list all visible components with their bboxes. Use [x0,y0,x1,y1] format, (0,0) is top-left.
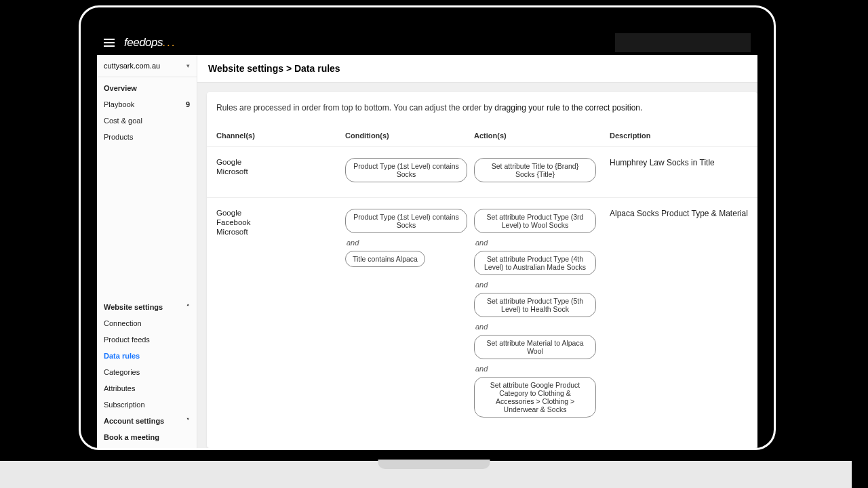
chevron-up-icon: ˄ [186,304,190,310]
sidebar-item-account-settings[interactable]: Account settings ˅ [97,413,197,429]
sidebar-item[interactable]: Subscription [97,396,197,413]
sidebar-item-label: Book a meeting [104,433,159,441]
conjunction: and [475,239,610,247]
sidebar-item[interactable]: Product feeds [97,331,197,348]
condition-pill[interactable]: Product Type (1st Level) contains Socks [345,158,467,182]
menu-icon[interactable] [104,39,115,47]
column-channels: Channel(s) [216,131,345,140]
condition-pill[interactable]: Title contains Alpaca [345,251,425,267]
rule-actions: Set attribute Title to {Brand} Socks {Ti… [474,158,610,186]
column-conditions: Condition(s) [345,131,474,140]
rule-description: Alpaca Socks Product Type & Material [610,209,748,422]
topbar: feedops... [97,30,757,55]
rule-row[interactable]: GoogleMicrosoftProduct Type (1st Level) … [207,146,757,197]
chevron-down-icon: ▾ [186,62,190,69]
rule-description: Humphrey Law Socks in Title [610,158,748,186]
conjunction: and [347,239,474,247]
rule-actions: Set attribute Product Type (3rd Level) t… [474,209,610,422]
topbar-right-panel [615,33,751,52]
conjunction: and [475,323,610,331]
rule-row[interactable]: GoogleFacebookMicrosoftProduct Type (1st… [207,197,757,432]
conjunction: and [475,281,610,289]
device-notch [378,460,490,469]
site-name: cuttysark.com.au [104,62,160,70]
sidebar-item-label: Cost & goal [104,117,142,125]
sidebar-item[interactable]: Cost & goal [97,113,197,129]
conjunction: and [475,365,610,373]
rules-hint: Rules are processed in order from top to… [207,92,757,131]
sidebar-item[interactable]: Attributes [97,380,197,396]
rule-channels: GoogleFacebookMicrosoft [216,209,345,422]
sidebar-item-book-meeting[interactable]: Book a meeting [97,429,197,445]
rules-card: Rules are processed in order from top to… [207,92,757,448]
sidebar-item-label: Overview [104,84,137,92]
table-header: Channel(s) Condition(s) Action(s) Descri… [207,131,757,146]
action-pill[interactable]: Set attribute Product Type (4th Level) t… [474,251,596,275]
badge: 9 [186,100,190,108]
chevron-down-icon: ˅ [186,418,190,424]
action-pill[interactable]: Set attribute Product Type (5th Level) t… [474,293,596,317]
sidebar-item-label: Products [104,133,133,141]
column-actions: Action(s) [474,131,610,140]
action-pill[interactable]: Set attribute Material to Alpaca Wool [474,335,596,359]
site-selector[interactable]: cuttysark.com.au ▾ [97,55,197,77]
action-pill[interactable]: Set attribute Title to {Brand} Socks {Ti… [474,158,596,182]
sidebar-item[interactable]: Connection [97,315,197,331]
sidebar-item-label: Account settings [104,417,164,425]
rule-conditions: Product Type (1st Level) contains Socks [345,158,474,186]
sidebar-item[interactable]: Products [97,129,197,145]
sidebar-item[interactable]: Playbook9 [97,96,197,113]
column-description: Description [610,131,748,140]
action-pill[interactable]: Set attribute Google Product Category to… [474,377,596,418]
sidebar-item[interactable]: Data rules [97,348,197,364]
condition-pill[interactable]: Product Type (1st Level) contains Socks [345,209,467,233]
breadcrumb: Website settings > Data rules [197,55,757,83]
action-pill[interactable]: Set attribute Product Type (3rd Level) t… [474,209,596,233]
sidebar-item[interactable]: Overview [97,80,197,96]
logo: feedops... [124,36,176,49]
sidebar: cuttysark.com.au ▾ OverviewPlaybook9Cost… [97,55,197,448]
sidebar-item-label: Website settings [104,303,163,311]
rule-channels: GoogleMicrosoft [216,158,345,186]
sidebar-item-label: Playbook [104,100,134,108]
rule-conditions: Product Type (1st Level) contains Socksa… [345,209,474,422]
sidebar-item[interactable]: Categories [97,364,197,380]
sidebar-item-website-settings[interactable]: Website settings ˄ [97,299,197,315]
